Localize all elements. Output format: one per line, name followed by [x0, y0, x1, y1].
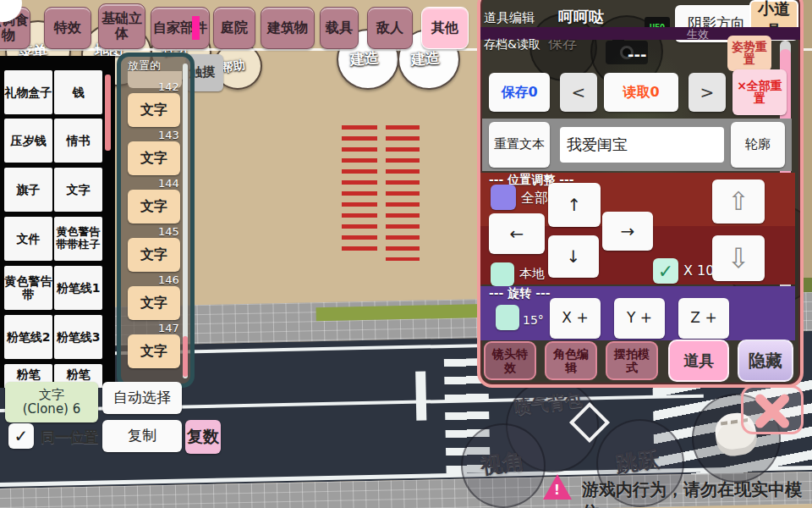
outline-button[interactable]: 轮廓 — [731, 122, 785, 168]
save-load-label: 存档&读取 — [484, 37, 540, 52]
prev-slot-button[interactable]: < — [560, 73, 597, 112]
tab-basic-solid[interactable]: 基础立体 — [98, 3, 145, 49]
props-button-selected[interactable]: 道具 — [668, 340, 729, 382]
rotation-header: --- 旋转 --- — [489, 286, 551, 301]
placed-item-number: 143 — [158, 129, 179, 141]
multiple-button[interactable]: 复数 — [185, 420, 221, 454]
placed-scrollbar-track[interactable] — [183, 64, 188, 378]
placed-item-number: 144 — [158, 177, 179, 190]
pose-reset-button[interactable]: 姿势重置 — [727, 36, 771, 71]
magenta-marker — [192, 16, 200, 40]
rotate-y-button[interactable]: Y + — [614, 298, 665, 339]
item-lucky-money[interactable]: 压岁钱 — [4, 119, 52, 163]
item-flag[interactable]: 旗子 — [4, 168, 52, 212]
rotate-x-button[interactable]: X + — [550, 298, 601, 339]
tab-vehicles[interactable]: 载具 — [320, 7, 359, 49]
placed-scrollbar-thumb[interactable] — [183, 336, 188, 377]
item-warning-tape-post[interactable]: 黄色警告带带柱子 — [54, 217, 102, 261]
move-left-button[interactable]: ← — [489, 213, 545, 254]
tab-garden[interactable]: 庭院 — [213, 7, 255, 49]
build-label: 建造 — [410, 48, 441, 70]
all-checkbox[interactable] — [491, 185, 516, 210]
item-text[interactable]: 文字 — [54, 168, 102, 212]
placed-item-142[interactable]: 文字 — [128, 93, 180, 127]
save-slot-button[interactable]: 保存0 — [489, 73, 550, 112]
angle-checkbox[interactable] — [496, 305, 519, 330]
item-chalk-line-2[interactable]: 粉笔线2 — [4, 315, 52, 359]
view-label: 视角 — [479, 446, 526, 482]
raise-button[interactable]: ⇧ — [712, 179, 765, 224]
placed-items-panel: 放置的 142 文字 143 文字 144 文字 145 文字 146 文字 1… — [117, 52, 195, 388]
clone-label-line2: (Clone) 6 — [23, 402, 81, 417]
placed-item-146[interactable]: 文字 — [128, 286, 180, 320]
help-label: 帮助 — [221, 58, 246, 76]
item-file[interactable]: 文件 — [4, 217, 52, 261]
item-grid-panel: 礼物盒子 钱 压岁钱 情书 旗子 文字 文件 黄色警告带带柱子 黄色警告带 粉笔… — [0, 56, 115, 388]
placed-item-number: 147 — [158, 322, 179, 334]
tab-home-parts[interactable]: 自家部件 — [151, 7, 210, 49]
reset-text-button[interactable]: 重置文本 — [489, 122, 550, 168]
wall-text-column — [386, 125, 420, 261]
same-position-checkbox[interactable]: ✓ — [8, 423, 34, 449]
placed-item-number: 146 — [158, 273, 179, 286]
item-chalk-line-1[interactable]: 粉笔线1 — [54, 266, 102, 310]
move-right-button[interactable]: → — [602, 212, 653, 251]
x10-label: X 10 — [683, 262, 714, 279]
camera-effects-button[interactable]: 镜头特效 — [484, 341, 536, 380]
prop-text-input[interactable] — [560, 127, 724, 163]
wall-text-column — [342, 125, 377, 254]
placed-item-144[interactable]: 文字 — [128, 190, 180, 224]
effect-label: 生效 — [687, 27, 709, 42]
separator-dashes: --- — [628, 46, 646, 64]
x10-checkbox[interactable]: ✓ — [653, 258, 678, 284]
rotate-z-button[interactable]: Z + — [678, 298, 729, 339]
prop-edit-panel: 保存 UFO 道具编辑 呵呵哒 阴影方向 0 小道具 生效 姿势重置 存档&读取… — [477, 0, 804, 388]
grid-scrollbar-thumb[interactable] — [105, 75, 111, 151]
placed-item-number: 145 — [158, 225, 179, 238]
close-button[interactable] — [741, 385, 804, 434]
clone-label-line1: 文字 — [39, 388, 64, 402]
next-slot-button[interactable]: > — [689, 73, 726, 112]
tab-enemies[interactable]: 敌人 — [367, 7, 413, 49]
panel-title: 道具编辑 — [484, 10, 535, 26]
move-down-button[interactable]: ↓ — [548, 235, 599, 278]
placed-item-number: 142 — [158, 80, 179, 93]
placed-item-147[interactable]: 文字 — [128, 334, 180, 368]
build-label: 建造 — [349, 48, 380, 70]
tab-buildings[interactable]: 建筑物 — [261, 7, 315, 49]
all-label: 全部 — [521, 190, 548, 207]
item-money[interactable]: 钱 — [54, 70, 102, 114]
warning-text: 游戏内行为，请勿在现实中模仿 — [582, 478, 812, 508]
placed-item-145[interactable]: 文字 — [128, 238, 180, 272]
pose-mode-button[interactable]: 摆拍模式 — [606, 341, 658, 380]
jump-label: 跳跃 — [614, 444, 661, 480]
item-gift-box[interactable]: 礼物盒子 — [4, 70, 52, 114]
reset-all-button[interactable]: ×全部重置 — [732, 69, 787, 115]
local-checkbox[interactable] — [491, 262, 514, 286]
game-screen: 菜单 地图 任务 帮助 建造 建造 触摸 烹调食物 特效 基础立体 自家部件 庭… — [0, 0, 812, 508]
lower-button[interactable]: ⇩ — [712, 235, 765, 281]
item-warning-tape[interactable]: 黄色警告带 — [4, 266, 52, 310]
same-position-label: 同一位置 — [41, 428, 98, 447]
load-slot-button[interactable]: 读取0 — [604, 73, 678, 112]
character-edit-button[interactable]: 角色编辑 — [545, 341, 597, 380]
item-love-letter[interactable]: 情书 — [54, 119, 102, 163]
local-label: 本地 — [519, 266, 545, 282]
auto-select-button[interactable]: 自动选择 — [102, 382, 182, 414]
angle-label: 15° — [523, 313, 544, 327]
tab-effects[interactable]: 特效 — [44, 7, 91, 49]
copy-button[interactable]: 复制 — [102, 420, 182, 452]
item-chalk-line-3[interactable]: 粉笔线3 — [54, 315, 102, 359]
warning-exclamation: ! — [554, 483, 560, 498]
prop-name: 呵呵哒 — [558, 7, 604, 27]
tab-others-selected[interactable]: 其他 — [421, 7, 469, 49]
hide-button[interactable]: 隐藏 — [738, 340, 793, 382]
stop-bar — [415, 372, 426, 421]
placed-item-143[interactable]: 文字 — [128, 141, 180, 175]
move-up-button[interactable]: ↑ — [548, 183, 601, 227]
selected-clone-button[interactable]: 文字 (Clone) 6 — [5, 382, 98, 422]
